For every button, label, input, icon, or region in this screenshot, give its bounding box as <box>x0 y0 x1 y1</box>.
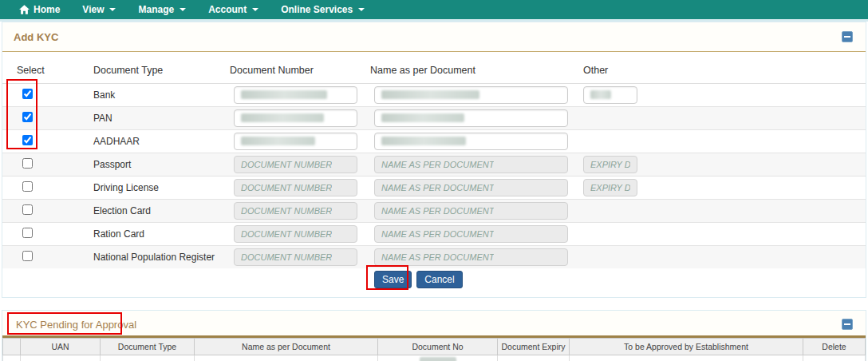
document-type-label: AADHAAR <box>93 136 140 147</box>
column-header-name-as-per-document: Name as per Document <box>369 52 569 83</box>
pending-cell <box>498 355 570 361</box>
kyc-row-passport: PassportDOCUMENT NUMBERNAME AS PER DOCUM… <box>2 153 866 176</box>
document-type-label: Passport <box>93 159 131 170</box>
redacted-value <box>241 137 315 145</box>
placeholder-text: DOCUMENT NUMBER <box>241 206 332 216</box>
nav-item-label: Account <box>208 4 247 15</box>
pending-cell <box>3 355 21 361</box>
select-checkbox-driving-license[interactable] <box>22 181 33 192</box>
placeholder-text: NAME AS PER DOCUMENT <box>381 252 494 262</box>
kyc-row-driving-license: Driving LicenseDOCUMENT NUMBERNAME AS PE… <box>2 176 866 199</box>
kyc-table-body: BankPANAADHAARPassportDOCUMENT NUMBERNAM… <box>2 83 866 268</box>
placeholder-text: NAME AS PER DOCUMENT <box>381 229 494 239</box>
pending-column-header-empty <box>3 339 21 355</box>
document-type-label: Ration Card <box>93 228 144 240</box>
placeholder-text: NAME AS PER DOCUMENT <box>381 160 494 169</box>
name-as-per-document-input: NAME AS PER DOCUMENT <box>374 225 568 243</box>
select-checkbox-bank[interactable] <box>22 89 33 99</box>
nav-item-label: Home <box>34 4 60 15</box>
collapse-minus-icon[interactable] <box>842 31 853 42</box>
navbar: HomeViewManageAccountOnline Services <box>0 0 868 19</box>
document-type-label: National Population Register <box>93 252 215 263</box>
add-kyc-title: Add KYC <box>14 31 58 43</box>
kyc-row-pan: PAN <box>2 106 866 129</box>
chevron-down-icon <box>252 8 258 11</box>
select-checkbox-passport[interactable] <box>22 158 33 169</box>
placeholder-text: NAME AS PER DOCUMENT <box>381 183 494 192</box>
nav-item-home[interactable]: Home <box>8 0 71 19</box>
kyc-pending-panel: KYC Pending for Approval UANDocument Typ… <box>2 310 866 361</box>
redacted-value <box>381 137 466 145</box>
redacted-value <box>241 90 327 99</box>
cancel-button[interactable]: Cancel <box>416 271 462 288</box>
select-checkbox-national-population-register[interactable] <box>22 251 33 261</box>
pending-column-header-document-no: Document No <box>378 339 498 355</box>
redacted-value <box>241 113 324 122</box>
home-icon <box>19 5 30 14</box>
placeholder-text: EXPIRY DT <box>590 160 630 169</box>
name-as-per-document-input[interactable] <box>374 109 568 127</box>
nav-item-label: View <box>82 4 104 15</box>
nav-item-online-services[interactable]: Online Services <box>270 0 376 19</box>
form-actions: Save Cancel <box>374 271 463 288</box>
nav-item-label: Manage <box>138 4 174 15</box>
pending-column-header-document-expiry: Document Expiry <box>498 339 570 355</box>
select-checkbox-pan[interactable] <box>22 112 33 122</box>
kyc-document-table: SelectDocument TypeDocument NumberName a… <box>2 52 866 268</box>
kyc-row-ration-card: Ration CardDOCUMENT NUMBERNAME AS PER DO… <box>2 222 866 245</box>
nav-item-view[interactable]: View <box>71 0 127 19</box>
placeholder-text: EXPIRY DT <box>590 183 630 192</box>
nav-item-account[interactable]: Account <box>197 0 270 19</box>
kyc-row-election-card: Election CardDOCUMENT NUMBERNAME AS PER … <box>2 199 866 222</box>
kyc-table-header-row: SelectDocument TypeDocument NumberName a… <box>2 52 866 83</box>
placeholder-text: DOCUMENT NUMBER <box>241 160 332 169</box>
document-type-label: Election Card <box>93 205 151 216</box>
document-number-input: DOCUMENT NUMBER <box>234 225 357 243</box>
pending-cell <box>195 355 378 361</box>
document-number-input[interactable] <box>234 133 357 150</box>
column-header-document-type: Document Type <box>73 52 229 83</box>
pending-column-header-uan: UAN <box>21 339 101 355</box>
pending-cell <box>570 355 803 361</box>
pending-cell <box>378 355 498 361</box>
document-number-input: DOCUMENT NUMBER <box>234 156 357 173</box>
nav-item-manage[interactable]: Manage <box>127 0 197 19</box>
pending-table-partial-row <box>3 355 866 361</box>
document-type-label: Bank <box>93 89 115 101</box>
name-as-per-document-input[interactable] <box>374 86 568 104</box>
kyc-pending-title: KYC Pending for Approval <box>16 319 136 331</box>
document-number-input: DOCUMENT NUMBER <box>234 179 357 196</box>
pending-cell <box>101 355 195 361</box>
name-as-per-document-input: NAME AS PER DOCUMENT <box>374 156 568 173</box>
add-kyc-panel: Add KYC SelectDocument TypeDocument Numb… <box>2 22 866 298</box>
select-checkbox-ration-card[interactable] <box>22 228 33 238</box>
redacted-value <box>381 90 479 99</box>
redacted-value <box>420 357 456 361</box>
document-type-label: PAN <box>93 113 112 124</box>
chevron-down-icon <box>358 8 365 11</box>
document-number-input[interactable] <box>234 109 357 127</box>
redacted-value <box>381 113 464 122</box>
pending-column-header-name-as-per-document: Name as per Document <box>195 339 378 355</box>
pending-column-header-to-be-approved-by-establishment: To be Approved by Establishment <box>570 339 803 355</box>
column-header-document-number: Document Number <box>229 52 369 83</box>
name-as-per-document-input: NAME AS PER DOCUMENT <box>374 202 568 220</box>
kyc-row-national-population-register: National Population RegisterDOCUMENT NUM… <box>2 245 866 268</box>
kyc-row-bank: Bank <box>2 83 866 106</box>
pending-column-header-delete: Delete <box>803 339 866 355</box>
chevron-down-icon <box>180 8 186 11</box>
other-input: EXPIRY DT <box>583 179 637 196</box>
kyc-pending-panel-heading: KYC Pending for Approval <box>2 311 866 338</box>
kyc-row-aadhaar: AADHAAR <box>2 129 866 153</box>
document-number-input: DOCUMENT NUMBER <box>234 202 357 220</box>
save-button[interactable]: Save <box>374 271 412 288</box>
document-number-input[interactable] <box>234 86 357 104</box>
name-as-per-document-input[interactable] <box>374 133 568 150</box>
collapse-minus-icon[interactable] <box>842 319 853 330</box>
select-checkbox-election-card[interactable] <box>22 204 33 215</box>
pending-cell <box>21 355 101 361</box>
select-checkbox-aadhaar[interactable] <box>22 135 33 145</box>
other-input[interactable] <box>583 86 637 104</box>
redacted-value <box>590 90 611 99</box>
placeholder-text: DOCUMENT NUMBER <box>241 183 332 192</box>
